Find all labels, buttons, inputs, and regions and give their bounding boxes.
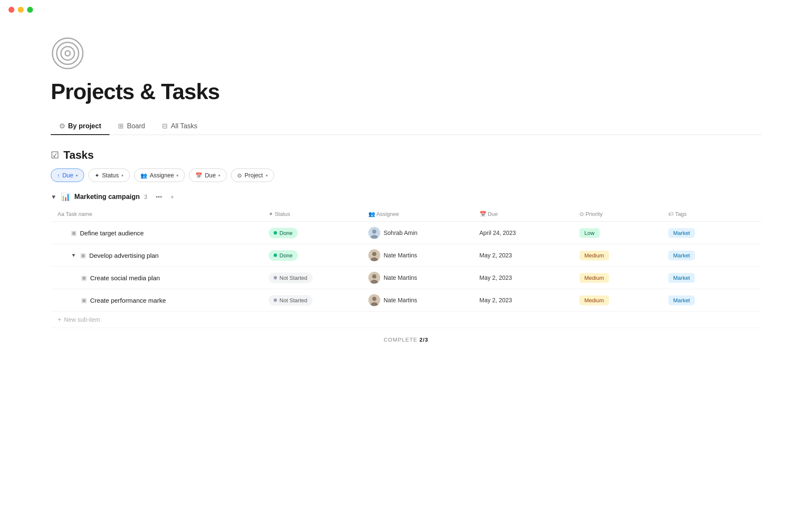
assignee-name: Nate Martins [384, 252, 417, 259]
group-toggle-icon[interactable]: ▼ [51, 193, 57, 200]
task-name-cell: ▣ Create social media plan [51, 267, 262, 289]
close-button[interactable] [8, 7, 14, 13]
filter-status-button[interactable]: ✦ Status ▾ [88, 168, 130, 182]
status-label: Not Started [280, 275, 307, 281]
col-header-priority: ⊙ Priority [573, 207, 661, 222]
assignee-name: Nate Martins [384, 274, 417, 281]
plus-icon: + [58, 316, 61, 323]
assignee-icon: 👥 [140, 172, 147, 179]
complete-label: COMPLETE [384, 337, 417, 343]
status-dot-icon [274, 254, 277, 257]
subtask-toggle-icon[interactable]: ▼ [71, 252, 76, 258]
priority-cell[interactable]: Medium [573, 267, 661, 289]
new-item-row: + New sub-item [51, 312, 761, 328]
status-dot-icon [274, 231, 277, 235]
group-marketing-campaign: ▼ 📊 Marketing campaign 3 ••• + [51, 192, 761, 202]
task-name-cell: ▣ Create performance marke [51, 289, 262, 312]
avatar [368, 294, 380, 306]
status-label: Done [280, 252, 293, 259]
tab-by-project[interactable]: ⊙ By project [51, 118, 110, 135]
due-cell: May 2, 2023 [473, 289, 573, 312]
filter-project-button[interactable]: ⊙ Project ▾ [231, 168, 274, 182]
tag-label: Market [673, 230, 690, 236]
assignee-cell: Nate Martins [362, 267, 473, 289]
priority-label: Medium [584, 297, 604, 304]
due-chevron-icon: ▾ [76, 173, 78, 178]
task-name-text[interactable]: Define target audience [80, 229, 144, 237]
page-title: Projects & Tasks [51, 79, 761, 104]
svg-point-14 [372, 297, 376, 301]
tag-label: Market [673, 275, 690, 281]
due-cell: May 2, 2023 [473, 267, 573, 289]
tasks-header: ☑ Tasks [51, 149, 761, 162]
status-cell[interactable]: Done [262, 244, 362, 267]
all-tasks-icon: ⊟ [162, 122, 167, 130]
svg-point-1 [57, 42, 79, 64]
priority-badge: Medium [579, 273, 609, 283]
tag-label: Market [673, 297, 690, 304]
priority-cell[interactable]: Low [573, 222, 661, 244]
svg-point-5 [372, 229, 376, 234]
status-cell[interactable]: Done [262, 222, 362, 244]
col-header-tags: 🏷 Tags [661, 207, 761, 222]
group-name: Marketing campaign [74, 193, 140, 201]
new-item-cell: + New sub-item [51, 312, 761, 328]
group-more-button[interactable]: ••• [154, 193, 164, 201]
priority-label: Medium [584, 275, 604, 281]
tasks-checkbox-icon: ☑ [51, 150, 59, 161]
filter-bar: ↑ Due ▾ ✦ Status ▾ 👥 Assignee ▾ 📅 Due ▾ … [51, 168, 761, 182]
priority-badge: Medium [579, 251, 609, 260]
tab-all-tasks[interactable]: ⊟ All Tasks [154, 118, 206, 135]
main-content: Projects & Tasks ⊙ By project ⊞ Board ⊟ … [0, 19, 812, 368]
task-name-text[interactable]: Create social media plan [90, 274, 160, 282]
tags-cell[interactable]: Market [661, 222, 761, 244]
status-dot-icon [274, 276, 277, 279]
priority-label: Medium [584, 252, 604, 259]
status-cell[interactable]: Not Started [262, 289, 362, 312]
avatar [368, 272, 380, 284]
status-cell[interactable]: Not Started [262, 267, 362, 289]
board-icon: ⊞ [118, 122, 123, 130]
maximize-button[interactable] [27, 7, 33, 13]
priority-cell[interactable]: Medium [573, 244, 661, 267]
due-cell: April 24, 2023 [473, 222, 573, 244]
filter-due2-button[interactable]: 📅 Due ▾ [189, 168, 227, 182]
tag-label: Market [673, 252, 690, 259]
priority-badge: Low [579, 228, 600, 238]
group-add-button[interactable]: + [169, 193, 176, 201]
avatar [368, 227, 380, 239]
group-count: 3 [144, 193, 148, 200]
group-emoji: 📊 [61, 192, 70, 202]
col-header-assignee: 👥 Assignee [362, 207, 473, 222]
due-date: May 2, 2023 [480, 274, 512, 281]
col-header-status: ✦ Status [262, 207, 362, 222]
task-name-text[interactable]: Develop advertising plan [89, 252, 159, 259]
minimize-button[interactable] [18, 7, 24, 13]
task-name-header-icon: Aa [58, 211, 66, 217]
tags-cell[interactable]: Market [661, 244, 761, 267]
tasks-section-title: Tasks [63, 149, 94, 162]
assignee-name: Sohrab Amin [384, 229, 417, 236]
tags-cell[interactable]: Market [661, 267, 761, 289]
filter-assignee-button[interactable]: 👥 Assignee ▾ [134, 168, 185, 182]
group-actions: ••• + [154, 193, 176, 201]
tags-cell[interactable]: Market [661, 289, 761, 312]
due-arrow-icon: ↑ [57, 172, 60, 179]
due-date: April 24, 2023 [480, 229, 516, 236]
new-item-label: New sub-item [64, 316, 100, 323]
table-row: ▣ Create performance marke Not Started [51, 289, 761, 312]
assignee-chevron-icon: ▾ [176, 173, 178, 178]
page-icon [51, 36, 85, 70]
complete-footer: COMPLETE 2/3 [51, 337, 761, 343]
tasks-table: Aa Task name ✦ Status 👥 Assignee 📅 Due [51, 207, 761, 328]
task-name-text[interactable]: Create performance marke [90, 297, 166, 304]
task-name-cell: ▼ ▣ Develop advertising plan [51, 244, 262, 267]
due2-calendar-icon: 📅 [195, 172, 202, 179]
priority-cell[interactable]: Medium [573, 289, 661, 312]
new-sub-item-button[interactable]: + New sub-item [58, 316, 754, 323]
assignee-header-icon: 👥 [368, 211, 376, 217]
filter-due-button[interactable]: ↑ Due ▾ [51, 168, 84, 182]
priority-badge: Medium [579, 295, 609, 305]
svg-point-11 [372, 274, 376, 279]
tab-board[interactable]: ⊞ Board [110, 118, 154, 135]
